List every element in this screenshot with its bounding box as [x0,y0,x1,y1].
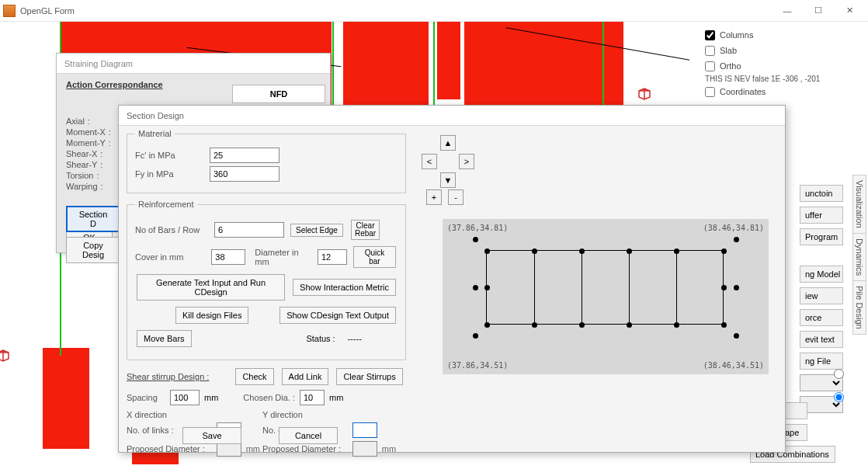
force-button[interactable]: orce [800,309,843,326]
y-links-input[interactable] [352,422,377,438]
maximize-button[interactable]: ☐ [803,1,834,21]
columns-checkbox[interactable]: Columns [705,28,846,42]
nav-right-button[interactable]: > [459,154,474,169]
chosen-dia-input[interactable] [300,390,325,405]
show-interaction-button[interactable]: Show Interaction Metric [293,279,396,296]
coord-tr: (38.46,34.81) [703,224,764,232]
ortho-checkbox[interactable]: Ortho [705,59,846,73]
coord-tl: (37.86,34.81) [447,224,508,232]
coord-br: (38.46,34.51) [703,361,764,370]
radio-2[interactable] [834,392,844,402]
section-dialog-title: Section Design [119,106,785,126]
material-group: Matrerial Fc' in MPa Fy in MPa [127,129,406,193]
slab-checkbox[interactable]: Slab [705,43,846,57]
status-value: ----- [348,334,362,343]
close-button[interactable]: ✕ [834,1,865,21]
cube-icon [0,349,11,362]
copy-design-button[interactable]: Copy Desig [66,237,120,263]
move-bars-button[interactable]: Move Bars [137,330,192,347]
show-cdesign-output-button[interactable]: Show CDesign Text Output [279,307,396,324]
select-edge-button[interactable]: Select Edge [290,224,343,237]
display-options: Columns Slab Ortho THIS IS NEV false 1E … [705,28,846,100]
diameter-input[interactable] [318,249,347,265]
program-button[interactable]: Program [800,228,843,245]
add-link-button[interactable]: Add Link [282,368,329,385]
radio-column [830,367,846,404]
nav-left-button[interactable]: < [422,154,437,169]
nav-up-button[interactable]: ▲ [440,135,456,151]
tab-visualization[interactable]: Visualization [852,175,866,234]
function-button[interactable]: unctoin [800,185,843,202]
cover-input[interactable] [211,249,245,265]
radio-1[interactable] [834,369,844,379]
section-design-dialog: Section Design Matrerial Fc' in MPa Fy i… [118,105,786,453]
status-label: Status : [306,334,335,343]
window-title: OpenGL Form [20,6,772,16]
section-preview[interactable]: (37.86,34.81) (38.46,34.81) (37.86,34.51… [443,219,769,374]
reinforcement-group: Reinforcement No of Bars / Row Select Ed… [127,200,406,360]
coord-bl: (37.86,34.51) [447,361,508,370]
coordinates-checkbox[interactable]: Coordinates [705,85,846,99]
status-note: THIS IS NEV false 1E -306 , -201 [705,75,846,83]
revit-button[interactable]: evit text [800,331,843,348]
save-button[interactable]: Save [182,427,241,444]
nav-down-button[interactable]: ▼ [440,172,456,188]
title-bar: OpenGL Form — ☐ ✕ [0,0,868,22]
fc-input[interactable] [210,148,279,163]
cube-icon [637,88,652,100]
section-outline [486,250,724,325]
y-prop-dia-input [352,441,377,457]
spacing-input[interactable] [170,390,200,405]
tab-dynamics[interactable]: Dynamics [852,233,866,281]
zoom-out-button[interactable]: - [448,189,464,205]
model-button[interactable]: ng Model [800,266,843,283]
app-icon [3,5,16,17]
bars-per-row-input[interactable] [214,222,284,238]
fy-input[interactable] [210,166,279,182]
kill-design-files-button[interactable]: Kill design Files [175,307,248,324]
cancel-button[interactable]: Cancel [279,427,338,444]
quick-bar-button[interactable]: Quick bar [353,246,396,268]
buffer-button[interactable]: uffer [800,207,843,224]
vertical-tabs: Visualization Dynamics Pile Design [852,175,868,334]
check-button[interactable]: Check [235,368,273,385]
clear-stirrups-button[interactable]: Clear Stirrups [336,368,402,385]
straining-dialog-title: Straining Diagram [57,54,330,74]
zoom-in-button[interactable]: + [426,189,442,205]
section-design-button[interactable]: Section D [66,206,120,232]
tab-pile-design[interactable]: Pile Design [852,280,866,335]
clear-rebar-button[interactable]: Clear Rebar [351,220,380,240]
minimize-button[interactable]: — [772,1,803,21]
view-button[interactable]: iew [800,287,843,304]
nfd-tab[interactable]: NFD [232,85,325,103]
nav-pad: ▲ < > ▼ [422,135,476,197]
shear-stirrup-label: Shear stirrup Design : [127,372,209,381]
action-correspondence-link[interactable]: Action Correspondance [66,80,163,89]
generate-cdesign-button[interactable]: Generate Text Input and Run CDesign [137,274,285,301]
